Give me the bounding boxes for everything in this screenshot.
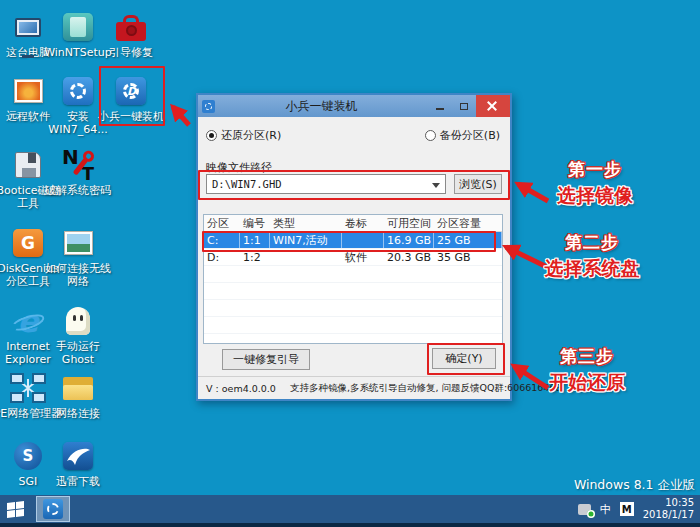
taskbar: 中 M 10:35 2018/1/17 [0,495,700,527]
desktop-icon-xiaobing-installer[interactable]: D小兵一键装机 [103,72,159,124]
network-connect-icon [50,369,106,407]
desktop-icon-boot-repair[interactable]: 引导修复 [103,8,159,60]
table-cell [342,283,384,299]
desktop-icon-label: 引导修复 [94,47,168,60]
table-cell: 1:2 [240,249,270,265]
sgi-icon: S [0,437,56,475]
table-cell [240,283,270,299]
browse-button[interactable]: 浏览(S) [454,174,502,194]
image-path-label: 映像文件路径 [206,160,272,175]
clock-date: 2018/1/17 [643,509,694,522]
image-path-value: D:\WIN7.GHD [212,178,282,190]
partition-table-header: 分区编号类型卷标可用空间分区容量 [204,215,502,232]
partition-row[interactable]: D:1:2软件20.3 GB35 GB [204,249,502,266]
chevron-down-icon [432,183,440,188]
desktop-icon-bootice[interactable]: Bootice磁盘 工具 [0,146,56,210]
table-cell [434,300,502,316]
desktop-icon-run-ghost[interactable]: 手动运行 Ghost [50,302,106,366]
bootice-icon [0,146,56,184]
empty-row [204,283,502,300]
table-cell [434,266,502,282]
repair-boot-button[interactable]: 一键修复引导 [222,349,310,370]
table-cell [342,317,384,333]
table-cell: C: [204,232,240,248]
taskbar-app-xiaobing[interactable] [36,496,70,522]
table-cell [434,283,502,299]
table-cell: 20.3 GB [384,249,434,265]
window-titlebar[interactable]: 小兵一键装机 [198,95,510,117]
table-cell: 可用空间 [384,215,434,231]
radio-restore-label: 还原分区(R) [221,128,281,143]
window-title: 小兵一键装机 [215,98,428,115]
step-2-subtitle: 选择系统盘 [522,256,662,282]
table-cell [342,232,384,248]
step-3-title: 第三步 [522,345,652,368]
xiaobing-installer-window: 小兵一键装机 还原分区(R) 备份分区(B) 映像文件路径 D:\WIN [196,93,512,401]
table-cell: WIN7,活动 [270,232,342,248]
annotation-step-1: 第一步 选择镜像 [535,158,655,209]
table-cell [270,249,342,265]
arrow-to-app-icon [173,107,189,125]
radio-backup-partition[interactable]: 备份分区(B) [425,128,500,143]
clock-time: 10:35 [643,497,694,510]
table-cell [384,266,434,282]
desktop-icon-network-connect[interactable]: 网络连接 [50,369,106,421]
desktop-icon-crack-password[interactable]: NT破解系统密码 [50,146,106,198]
dialog-statusbar: V : oem4.0.0.0 支持多种镜像,多系统引导自动修复, 问题反馈QQ群… [198,376,510,399]
table-cell [434,317,502,333]
this-pc-icon [0,8,56,46]
table-cell: 35 GB [434,249,502,265]
desktop-icon-xunlei[interactable]: 迅雷下载 [50,437,106,489]
desktop-icon-wifi-guide[interactable]: 如何连接无线 网络 [50,224,106,288]
partition-row[interactable]: C:1:1WIN7,活动16.9 GB25 GB [204,232,502,249]
desktop-icon-install-win7[interactable]: 安装 WIN7_64... [50,72,106,136]
safely-remove-hardware-icon[interactable] [578,504,591,515]
table-cell [204,317,240,333]
radio-unselected-icon [425,130,436,141]
table-cell [204,283,240,299]
table-cell [240,266,270,282]
app-icon [202,100,215,113]
step-1-title: 第一步 [535,158,655,181]
radio-backup-label: 备份分区(B) [440,128,500,143]
xiaobing-installer-icon: D [103,72,159,110]
ok-button[interactable]: 确定(Y) [432,348,496,369]
boot-repair-icon [103,8,159,46]
close-button[interactable] [476,95,510,117]
table-cell [384,300,434,316]
taskbar-clock[interactable]: 10:35 2018/1/17 [643,497,694,522]
maximize-button[interactable] [452,95,476,117]
arrow-to-image-path [518,184,548,201]
input-language-indicator[interactable]: 中 [600,502,611,517]
ime-mode-badge[interactable]: M [620,502,634,516]
empty-row [204,266,502,283]
table-cell: 25 GB [434,232,502,248]
windows-logo-icon [7,501,24,518]
empty-row [204,317,502,334]
table-cell [204,266,240,282]
image-path-combobox[interactable]: D:\WIN7.GHD [206,174,446,194]
remote-software-icon [0,72,56,110]
partition-table[interactable]: 分区编号类型卷标可用空间分区容量C:1:1WIN7,活动16.9 GB25 GB… [203,214,503,344]
table-cell [270,283,342,299]
radio-restore-partition[interactable]: 还原分区(R) [206,128,281,143]
windows-edition-label: Windows 8.1 企业版 [574,477,695,494]
dialog-client-area: 还原分区(R) 备份分区(B) 映像文件路径 D:\WIN7.GHD 浏览(S)… [198,117,510,399]
pe-network-icon [0,369,56,407]
desktop-icon-label: 如何连接无线 网络 [41,263,115,288]
wifi-guide-icon [50,224,106,262]
table-cell [240,317,270,333]
desktop-icon-label: 小兵一键装机 [94,111,168,124]
step-1-subtitle: 选择镜像 [535,183,655,209]
minimize-button[interactable] [428,95,452,117]
run-ghost-icon [50,302,106,340]
winntsetup-icon [50,8,106,46]
install-win7-icon [50,72,106,110]
start-button[interactable] [0,495,30,523]
step-2-title: 第二步 [522,231,662,254]
table-cell: 类型 [270,215,342,231]
table-cell: 16.9 GB [384,232,434,248]
desktop-icon-label: 迅雷下载 [41,476,115,489]
xunlei-icon [50,437,106,475]
version-text: V : oem4.0.0.0 [198,383,284,394]
